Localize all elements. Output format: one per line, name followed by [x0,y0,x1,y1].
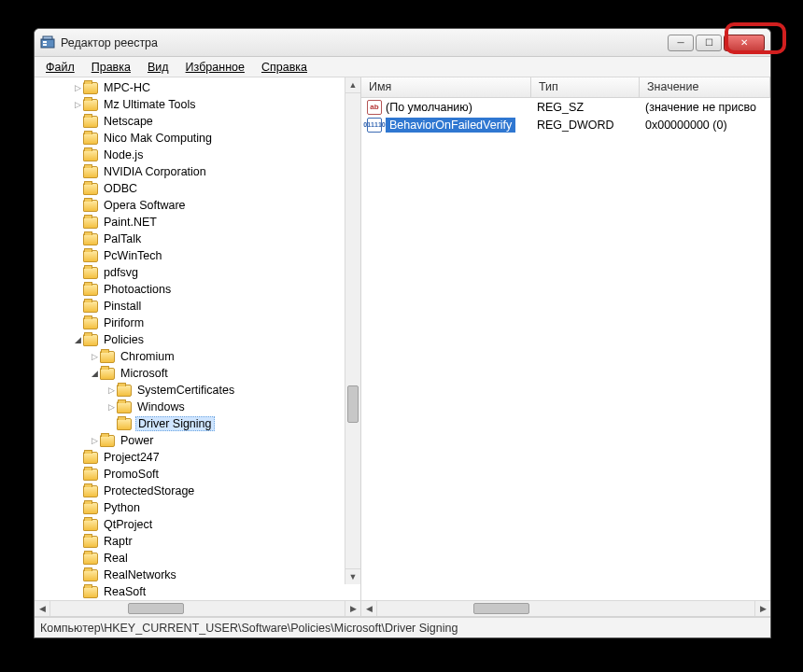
folder-icon [83,133,98,145]
tree-node[interactable]: NVIDIA Corporation [35,163,360,180]
tree-node[interactable]: SystemCertificates [35,382,360,399]
minimize-button[interactable]: ─ [668,35,694,51]
tree-node-label: QtProject [102,518,154,531]
tree-node-label: SystemCertificates [135,384,236,397]
scroll-right-icon[interactable]: ▶ [754,601,770,616]
folder-icon [117,418,132,430]
tree-node[interactable]: Opera Software [35,197,360,214]
value-type: REG_SZ [531,101,640,114]
tree-node[interactable]: Project247 [35,449,360,466]
scroll-thumb[interactable] [347,385,359,423]
col-type[interactable]: Тип [531,77,640,97]
menu-favorites[interactable]: Избранное [178,59,252,76]
col-value[interactable]: Значение [640,77,770,97]
folder-icon [83,569,98,581]
statusbar: Компьютер\HKEY_CURRENT_USER\Software\Pol… [35,617,770,637]
tree-node[interactable]: Driver Signing [35,415,360,432]
tree-node[interactable]: PcWinTech [35,247,360,264]
tree-node[interactable]: ODBC [35,180,360,197]
folder-icon [100,368,115,380]
tree-node[interactable]: Paint.NET [35,214,360,231]
expand-icon[interactable] [89,352,100,361]
expand-icon[interactable] [106,402,117,412]
folder-icon [83,502,98,514]
collapse-icon[interactable] [89,369,100,378]
folder-icon [117,385,132,397]
value-row[interactable]: 011110BehaviorOnFailedVerifyREG_DWORD0x0… [361,116,770,133]
value-name: BehaviorOnFailedVerify [386,118,515,133]
tree-node[interactable]: pdfsvg [35,264,360,281]
tree-node[interactable]: Pinstall [35,298,360,315]
tree-node[interactable]: Node.js [35,147,360,163]
tree-node-label: PromoSoft [102,468,161,481]
tree-node[interactable]: QtProject [35,516,360,533]
tree-node[interactable]: Microsoft [35,365,360,382]
tree-node-label: Policies [102,333,146,346]
menu-view[interactable]: Вид [140,59,176,76]
expand-icon[interactable] [106,385,117,395]
menu-file[interactable]: Файл [38,59,82,76]
values-header[interactable]: Имя Тип Значение [361,77,770,98]
menu-help[interactable]: Справка [254,59,315,76]
tree-node-label: Nico Mak Computing [102,132,214,145]
tree-node[interactable]: ReaSoft [35,583,360,600]
tree-node[interactable]: ProtectedStorage [35,483,360,499]
expand-icon[interactable] [89,436,100,445]
hscroll-thumb[interactable] [473,603,529,614]
tree-node[interactable]: RealNetworks [35,567,360,583]
tree-node[interactable]: Policies [35,331,360,348]
tree-node[interactable]: PalTalk [35,231,360,247]
folder-icon [83,250,98,262]
tree-vertical-scrollbar[interactable]: ▲ ▼ [345,77,360,584]
tree-horizontal-scrollbar[interactable]: ◀ ▶ [35,600,360,616]
tree-node[interactable]: Real [35,550,360,567]
window-title: Редактор реестра [61,36,158,49]
tree-node[interactable]: Power [35,432,360,449]
maximize-button[interactable]: ☐ [696,35,722,51]
scroll-left-icon[interactable]: ◀ [361,601,377,616]
tree-node[interactable]: Raptr [35,533,360,550]
svg-rect-3 [43,44,47,46]
value-data: (значение не присво [640,101,770,114]
col-name[interactable]: Имя [361,77,531,97]
folder-icon [83,99,98,111]
scroll-left-icon[interactable]: ◀ [35,601,50,616]
close-button[interactable]: ✕ [724,35,765,51]
tree-node-label: pdfsvg [102,266,140,279]
tree-node[interactable]: Photoactions [35,281,360,298]
tree-node[interactable]: Python [35,499,360,516]
folder-icon [83,553,98,565]
scroll-right-icon[interactable]: ▶ [345,601,360,616]
values-pane: Имя Тип Значение ab(По умолчанию)REG_SZ(… [361,77,770,616]
content-area: MPC-HCMz Ultimate ToolsNetscapeNico Mak … [35,77,770,617]
value-row[interactable]: ab(По умолчанию)REG_SZ(значение не присв… [361,98,770,116]
tree-node[interactable]: Piriform [35,315,360,331]
scroll-down-icon[interactable]: ▼ [345,568,360,584]
tree-node[interactable]: MPC-HC [35,79,360,96]
expand-icon[interactable] [72,83,83,92]
registry-tree[interactable]: MPC-HCMz Ultimate ToolsNetscapeNico Mak … [35,77,360,600]
scroll-up-icon[interactable]: ▲ [345,77,360,93]
folder-icon [83,149,98,161]
folder-icon [100,435,115,447]
tree-node[interactable]: Mz Ultimate Tools [35,96,360,113]
expand-icon[interactable] [72,100,83,109]
tree-node[interactable]: PromoSoft [35,466,360,483]
titlebar[interactable]: Редактор реестра ─ ☐ ✕ [35,29,770,57]
tree-node-label: RealNetworks [102,568,178,581]
tree-node[interactable]: Chromium [35,348,360,365]
menu-edit[interactable]: Правка [84,59,138,76]
values-horizontal-scrollbar[interactable]: ◀ ▶ [361,600,770,616]
tree-node[interactable]: Windows [35,399,360,415]
dword-value-icon: 011110 [367,118,382,133]
folder-icon [83,166,98,178]
hscroll-thumb[interactable] [128,603,184,614]
tree-node[interactable]: Nico Mak Computing [35,130,360,147]
regedit-icon [40,35,55,50]
values-list[interactable]: ab(По умолчанию)REG_SZ(значение не присв… [361,98,770,600]
regedit-window: Редактор реестра ─ ☐ ✕ Файл Правка Вид И… [34,28,771,638]
collapse-icon[interactable] [72,335,83,344]
menubar: Файл Правка Вид Избранное Справка [35,57,770,77]
tree-node-label: PalTalk [102,232,143,245]
tree-node[interactable]: Netscape [35,113,360,130]
